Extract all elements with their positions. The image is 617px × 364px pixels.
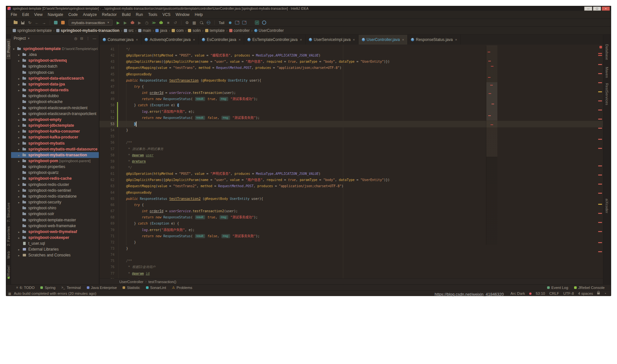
jrebel-debug-button[interactable]	[158, 20, 164, 25]
code-line[interactable]: 54 }	[99, 127, 603, 133]
tool-stripe-button[interactable]: Web	[6, 249, 11, 261]
line-number[interactable]: 66	[99, 202, 118, 208]
project-tree-item[interactable]: ▸springboot-web-thymeleaf	[11, 229, 99, 235]
project-tree-item[interactable]: ▾springboot-template D:\work\Templete\sp…	[11, 46, 99, 52]
project-tree-item[interactable]: ▸springboot-kafka-producer	[11, 134, 99, 140]
code-line[interactable]: 43 @ApiImplicitParams({@ApiImplicitParam…	[99, 58, 603, 65]
breadcrumb-item[interactable]: solin	[188, 28, 201, 33]
code-line[interactable]: 49 return new ResponseStatus( result: tr…	[99, 96, 603, 102]
code-line[interactable]: 55	[99, 133, 603, 139]
project-tree-item[interactable]: springboot-ehcache	[11, 99, 99, 105]
close-tab-icon[interactable]: ×	[353, 38, 355, 42]
services-icon[interactable]	[242, 20, 247, 25]
close-tab-icon[interactable]: ×	[136, 38, 138, 42]
menu-item-window[interactable]: Window	[173, 11, 192, 19]
code-editor[interactable]: 41 */42 @ApiOperation(httpMethod = "POST…	[99, 45, 603, 279]
project-tree-item[interactable]: t_user.sql	[11, 240, 99, 246]
close-tab-icon[interactable]: ×	[300, 38, 302, 42]
panel-options-icon[interactable]: ⋮	[86, 36, 90, 41]
layout-grid-icon[interactable]: ▦	[191, 20, 197, 25]
tool-stripe-button[interactable]: aiXcoder	[605, 199, 609, 213]
save-icon[interactable]	[20, 20, 25, 25]
project-tree-item[interactable]: ▸springboot-data-redis	[11, 87, 99, 93]
error-stripe-mark[interactable]	[598, 213, 602, 214]
line-number[interactable]: 50	[99, 102, 118, 108]
menu-item-vcs[interactable]: VCS	[160, 11, 173, 19]
chevron-icon[interactable]: ▸	[18, 188, 22, 193]
project-tree-item[interactable]: ▸springboot-redis-sentinel	[11, 188, 99, 193]
project-tree-item[interactable]: ▸springboot-elasticsearch-transportclien…	[11, 111, 99, 117]
tool-window-button[interactable]: >_Terminal	[59, 285, 84, 291]
chevron-icon[interactable]: ▸	[18, 247, 22, 252]
project-tree-item[interactable]: ▸springboot-pom [springboot-parent]	[11, 158, 99, 164]
project-tree-item[interactable]: ▸springboot-mybatis-transaction	[11, 152, 99, 158]
line-number[interactable]: 49	[99, 96, 118, 102]
project-panel-title[interactable]: Project	[14, 36, 26, 41]
breadcrumb-item[interactable]: com	[172, 28, 184, 33]
error-stripe-mark[interactable]	[598, 175, 602, 176]
close-tab-icon[interactable]: ×	[402, 38, 404, 42]
chevron-icon[interactable]: ▾	[13, 46, 17, 52]
tool-stripe-button[interactable]: JRebel	[6, 263, 11, 280]
stop-button[interactable]: ■	[165, 20, 171, 25]
line-number[interactable]: 46	[99, 77, 118, 84]
line-number[interactable]: 57	[99, 146, 118, 152]
code-line[interactable]: 44 @RequestMapping(value = "testTrans", …	[99, 65, 603, 71]
line-separator-widget[interactable]: CRLF	[549, 292, 559, 295]
menu-item-view[interactable]: View	[32, 11, 45, 19]
error-stripe-mark[interactable]	[598, 222, 602, 223]
error-stripe-mark[interactable]	[598, 82, 602, 83]
project-tree-item[interactable]: ▸springboot-activemq	[11, 58, 99, 63]
hide-panel-icon[interactable]: —	[93, 36, 96, 41]
project-tree-item[interactable]: ▸springboot-data-jpa	[11, 81, 99, 87]
tool-window-button[interactable]: Spring	[37, 285, 58, 291]
chevron-icon[interactable]: ▸	[18, 152, 22, 158]
jrebel-run-button[interactable]: ≫	[151, 20, 157, 25]
code-line[interactable]: 41 */	[99, 46, 603, 52]
code-line[interactable]: 60 */	[99, 164, 603, 171]
code-line[interactable]: 78 * @return	[99, 277, 603, 279]
code-line[interactable]: 77 * @param id	[99, 270, 603, 277]
line-number[interactable]: 65	[99, 196, 118, 202]
search-icon[interactable]	[199, 20, 204, 25]
code-line[interactable]: 57 * 测试事务-声明式事务	[99, 146, 603, 152]
chevron-icon[interactable]: ▸	[18, 87, 22, 93]
sonar-status-icon[interactable]	[254, 20, 260, 25]
error-stripe-mark[interactable]	[598, 165, 602, 166]
line-number[interactable]: 48	[99, 90, 118, 96]
line-number[interactable]: 60	[99, 164, 118, 171]
project-tree-item[interactable]: ▸springboot-data-elasticsearch	[11, 75, 99, 81]
code-line[interactable]: 75 /**	[99, 258, 603, 264]
breadcrumb-item[interactable]: src	[124, 28, 134, 33]
tool-window-switcher-icon[interactable]: ▦	[8, 292, 11, 295]
line-number[interactable]: 41	[99, 46, 118, 52]
line-number[interactable]: 72	[99, 239, 118, 245]
line-number[interactable]: 52	[99, 115, 118, 121]
error-stripe-mark[interactable]	[598, 148, 602, 149]
maximize-button[interactable]: ▢	[593, 6, 601, 11]
line-number[interactable]: 63	[99, 183, 118, 189]
code-line[interactable]: 72 }	[99, 239, 603, 245]
code-line[interactable]: 51 log.error("添加用户失败", e);	[99, 109, 603, 115]
tool-window-button[interactable]: Java Enterprise	[84, 285, 120, 291]
minimize-button[interactable]: —	[584, 6, 592, 11]
line-number[interactable]: 44	[99, 65, 118, 71]
menu-item-analyze[interactable]: Analyze	[80, 11, 99, 19]
project-tree-item[interactable]: ▸springboot-mybatis-mutil-datasource	[11, 146, 99, 152]
code-line[interactable]: 50 } catch (Exception e) {	[99, 102, 603, 108]
project-tree-item[interactable]: ▸springboot-security	[11, 199, 99, 205]
breadcrumb-item[interactable]: main	[138, 28, 151, 33]
tool-stripe-button[interactable]: 1: Project	[6, 39, 11, 59]
code-line[interactable]: 67 int orderId = userService.testTransac…	[99, 208, 603, 214]
line-number[interactable]: 78	[99, 277, 118, 279]
code-line[interactable]: 69 } catch (Exception e) {	[99, 220, 603, 227]
chevron-icon[interactable]: ▸	[18, 123, 22, 128]
tool-window-button[interactable]: ≡6: TODO	[13, 285, 37, 291]
code-line[interactable]: 62 @ApiImplicitParams({@ApiImplicitParam…	[99, 177, 603, 183]
line-number[interactable]: 77	[99, 270, 118, 277]
breadcrumb-item[interactable]: UserController	[254, 28, 284, 33]
code-line[interactable]: 42 @ApiOperation(httpMethod = "POST", va…	[99, 52, 603, 58]
line-number[interactable]: 47	[99, 84, 118, 90]
readonly-lock-icon[interactable]	[597, 292, 600, 294]
line-number[interactable]: 43	[99, 58, 118, 65]
